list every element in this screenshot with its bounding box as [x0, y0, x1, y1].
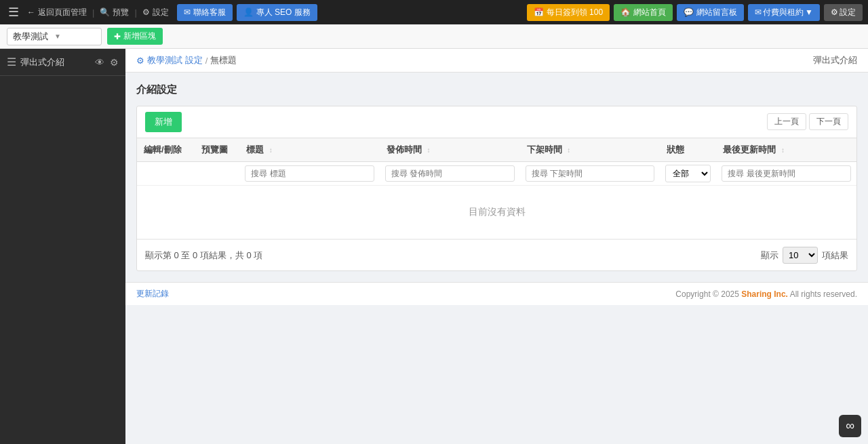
sidebar-item-popup-intro: 彈出式介紹: [20, 56, 64, 68]
home-icon: 🏠: [620, 7, 631, 17]
page-body: 介紹設定 新增 上一頁 下一頁: [125, 73, 868, 282]
payment-btn[interactable]: ✉ 付費與租約 ▼: [748, 4, 820, 21]
daily-checkin-btn[interactable]: 📅 每日簽到領 100: [527, 4, 610, 21]
rights-text: All rights reserved.: [788, 289, 857, 299]
breadcrumb-current: 無標題: [210, 54, 237, 66]
sort-icon-unpublish: ↕: [567, 146, 570, 154]
update-log-label: 更新記錄: [136, 289, 169, 298]
per-page-select[interactable]: 10 25 50 100: [783, 247, 818, 264]
table-search-row: 全部 上架 下架: [137, 162, 856, 186]
hamburger-menu-btn[interactable]: ☰: [5, 6, 22, 18]
website-home-btn[interactable]: 🏠 網站首頁: [614, 4, 673, 21]
site-name: 教學測試: [13, 31, 54, 43]
pagination-info: 顯示第 0 至 0 項結果，共 0 項: [145, 249, 262, 262]
site-selector[interactable]: 教學測試 ▼: [7, 28, 102, 45]
home-label: 網站首頁: [633, 7, 666, 18]
search-icon: 🔍: [100, 7, 110, 17]
calendar-icon: 📅: [534, 7, 544, 17]
new-btn-label: 新增: [155, 117, 172, 127]
empty-row: 目前沒有資料: [137, 186, 856, 239]
pagination-right: 顯示 10 25 50 100 項結果: [761, 247, 848, 264]
next-page-btn[interactable]: 下一頁: [809, 113, 848, 130]
breadcrumb-settings-icon: ⚙: [136, 56, 144, 66]
top-settings-btn[interactable]: ⚙ 設定: [824, 4, 863, 21]
col-publish-time[interactable]: 發佈時間 ↕: [380, 138, 520, 162]
copyright-text: Copyright © 2025: [675, 289, 741, 299]
secondbar: 教學測試 ▼ ✚ 新增區塊: [0, 24, 868, 49]
prev-page-btn[interactable]: 上一頁: [767, 113, 806, 130]
footer-copyright: Copyright © 2025 Sharing Inc. All rights…: [675, 289, 857, 299]
pagination-bar: 顯示第 0 至 0 項結果，共 0 項 顯示 10 25 50 100 項結果: [137, 239, 856, 270]
update-log-link[interactable]: 更新記錄: [136, 288, 169, 300]
main-layout: ☰ 彈出式介紹 👁 ⚙ ⚙ 教學測試 設定 / 無標題 彈出式介紹: [0, 49, 868, 444]
back-label: 返回頁面管理: [38, 7, 87, 18]
person-icon: 👤: [243, 7, 254, 17]
preview-label: 預覽: [113, 7, 129, 18]
search-title-cell: [239, 162, 380, 186]
col-edit: 編輯/刪除: [137, 138, 195, 162]
col-status: 狀態: [660, 138, 716, 162]
brand-name: Sharing Inc.: [741, 289, 788, 299]
col-preview: 預覽圖: [195, 138, 239, 162]
search-publish-input[interactable]: [385, 165, 515, 182]
settings-label-btn[interactable]: ⚙ 設定: [142, 7, 169, 18]
settings-label: 設定: [153, 7, 169, 18]
guestbook-btn[interactable]: 💬 網站留言板: [677, 4, 744, 21]
data-table: 編輯/刪除 預覽圖 標題 ↕ 發佈時間 ↕: [137, 138, 856, 239]
infinity-badge[interactable]: ∞: [839, 415, 861, 437]
contact-service-btn[interactable]: ✉ 聯絡客服: [177, 4, 233, 21]
daily-label: 每日簽到領 100: [547, 7, 603, 18]
breadcrumb-link-text: 教學測試 設定: [147, 54, 203, 66]
topbar-actions: ✉ 聯絡客服 👤 專人 SEO 服務: [177, 4, 317, 21]
search-edit-cell: [137, 162, 195, 186]
page-title: 介紹設定: [136, 83, 857, 96]
search-unpublish-input[interactable]: [526, 165, 655, 182]
sidebar-header: ☰ 彈出式介紹 👁 ⚙: [0, 49, 125, 76]
col-title[interactable]: 標題 ↕: [239, 138, 380, 162]
search-publish-cell: [380, 162, 520, 186]
breadcrumb-separator: /: [205, 56, 208, 66]
add-section-label: 新增區塊: [123, 31, 156, 42]
table-header-row: 編輯/刪除 預覽圖 標題 ↕ 發佈時間 ↕: [137, 138, 856, 162]
breadcrumb: ⚙ 教學測試 設定 / 無標題: [136, 54, 237, 66]
sidebar-header-left: ☰ 彈出式介紹: [7, 56, 64, 68]
table-section: 新增 上一頁 下一頁 編輯/刪除: [136, 106, 857, 271]
search-title-input[interactable]: [245, 165, 374, 182]
search-status-cell: 全部 上架 下架: [660, 162, 716, 186]
sort-icon-update: ↕: [781, 146, 785, 154]
seo-service-btn[interactable]: 👤 專人 SEO 服務: [237, 4, 317, 21]
topbar-left: ← 返回頁面管理 | 🔍 預覽 | ⚙ 設定: [27, 7, 169, 18]
preview-btn[interactable]: 🔍 預覽: [100, 7, 129, 18]
show-label: 顯示: [761, 249, 778, 262]
topbar-right: 📅 每日簽到領 100 🏠 網站首頁 💬 網站留言板 ✉ 付費與租約 ▼ ⚙ 設…: [527, 4, 863, 21]
sort-icon-publish: ↕: [427, 146, 430, 154]
breadcrumb-bar: ⚙ 教學測試 設定 / 無標題 彈出式介紹: [125, 49, 868, 73]
empty-cell: 目前沒有資料: [137, 186, 856, 239]
result-label: 項結果: [822, 249, 848, 262]
search-update-cell: [716, 162, 856, 186]
sidebar-gear-btn[interactable]: ⚙: [110, 57, 119, 68]
mail-icon: ✉: [755, 7, 762, 17]
gear-icon-small: ⚙: [142, 7, 150, 17]
col-update-time[interactable]: 最後更新時間 ↕: [716, 138, 856, 162]
topbar-separator-2: |: [134, 7, 136, 18]
sidebar: ☰ 彈出式介紹 👁 ⚙: [0, 49, 125, 444]
search-unpublish-cell: [520, 162, 660, 186]
comment-icon: 💬: [684, 7, 694, 17]
sidebar-eye-btn[interactable]: 👁: [95, 57, 104, 68]
sidebar-drag-icon[interactable]: ☰: [7, 56, 16, 68]
add-section-btn[interactable]: ✚ 新增區塊: [107, 28, 163, 45]
breadcrumb-link[interactable]: 教學測試 設定: [147, 54, 203, 66]
chat-icon: ✉: [184, 7, 191, 17]
new-item-btn[interactable]: 新增: [145, 112, 182, 132]
search-preview-cell: [195, 162, 239, 186]
topbar-separator-1: |: [92, 7, 94, 18]
col-unpublish-time[interactable]: 下架時間 ↕: [520, 138, 660, 162]
search-update-input[interactable]: [722, 165, 851, 182]
sidebar-header-icons: 👁 ⚙: [95, 57, 119, 68]
dropdown-arrow-icon: ▼: [805, 7, 813, 17]
back-to-page-manager-btn[interactable]: ← 返回頁面管理: [27, 7, 87, 18]
settings-top-label: 設定: [840, 7, 856, 18]
plus-icon: ✚: [114, 32, 121, 41]
status-select[interactable]: 全部 上架 下架: [665, 165, 711, 182]
